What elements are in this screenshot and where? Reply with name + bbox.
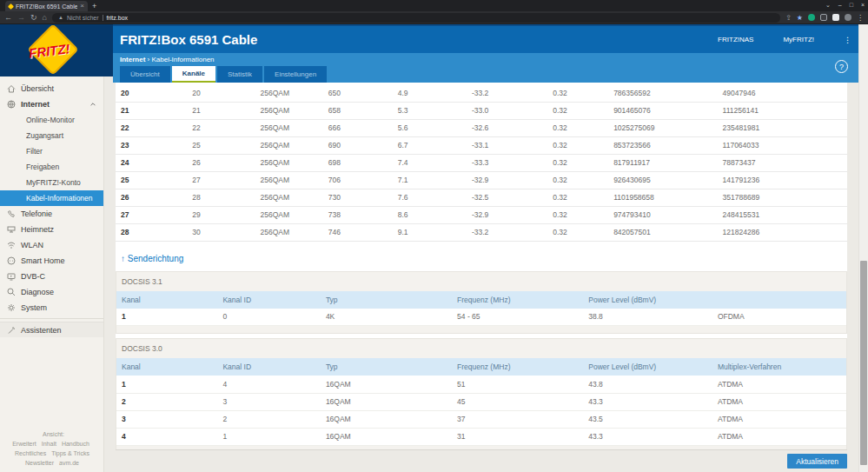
column-header: Frequenz (MHz) [454,358,585,376]
table-cell: 43.8 [585,376,714,393]
scrollbar-track[interactable] [858,24,868,472]
table-cell: 786356592 [610,84,719,102]
tab-search-icon[interactable]: ⌄ [825,0,831,10]
table-cell: -33.2 [457,223,549,241]
sidebar-item-smart-home[interactable]: Smart Home [0,253,103,269]
table-row: 1416QAM5143.8ATDMA [116,376,846,393]
sidebar-item-online-monitor[interactable]: Online-Monitor [0,112,103,128]
column-header: Typ [322,358,454,376]
bookmark-star-icon[interactable]: ★ [797,14,803,21]
close-tab-icon[interactable]: × [80,3,84,10]
tab-uebersicht[interactable]: Übersicht [120,66,170,83]
table-cell: -32.6 [457,119,549,136]
sidebar-item-wlan[interactable]: WLAN [0,237,103,253]
home-icon[interactable]: ⌂ [43,14,47,22]
table-cell: 23 [116,136,189,154]
table-cell: 28 [189,189,256,206]
forward-icon[interactable]: → [17,14,25,22]
table-row: 2020256QAM6504.9-33.20.32786356592490479… [116,84,847,102]
upstream-section-heading: ↑ Senderichtung [121,254,847,263]
docsis30-panel: DOCSIS 3.0 KanalKanal IDTypFrequenz (MHz… [116,338,847,450]
chevron-up-icon [89,101,96,110]
table-cell: 20 [116,84,189,102]
sidebar-item-zugangsart[interactable]: Zugangsart [0,128,103,143]
table-row: 2729256QAM7388.6-32.90.32974793410248415… [116,206,847,223]
new-tab-button[interactable]: + [92,2,96,10]
tab-einstellungen[interactable]: Einstellungen [264,66,327,83]
table-cell: 706 [325,171,394,189]
header-menu-icon[interactable]: ⋮ [844,36,851,44]
footer-link-newsletter[interactable]: Newsletter [25,460,54,466]
table-cell: 16QAM [322,376,454,393]
table-cell: 1 [116,376,219,393]
profile-avatar[interactable] [845,14,851,21]
minimize-button[interactable]: – [838,0,842,10]
table-cell: 43.5 [585,410,714,428]
tab-statistik[interactable]: Statistik [217,66,262,83]
scrollbar-thumb[interactable] [860,261,867,465]
fritznas-link[interactable]: FRITZ!NAS [718,36,753,43]
column-header: Kanal ID [219,291,321,309]
table-cell: 698 [325,154,394,171]
breadcrumb-section[interactable]: Internet [120,56,145,63]
sidebar-item-kabel-informationen[interactable]: Kabel-Informationen [0,190,103,206]
extension-light-icon[interactable] [832,14,839,21]
footer-link-handbuch[interactable]: Handbuch [62,441,89,447]
table-cell: 853723566 [610,136,719,154]
footer-link-tipps[interactable]: Tipps & Tricks [51,450,89,456]
phone-icon [7,209,16,218]
table-cell: 666 [325,119,394,136]
sidebar-item-dvb-c[interactable]: DVB-C [0,269,103,284]
table-cell: 28 [116,223,189,241]
share-icon[interactable]: ⇪ [785,14,792,21]
footer-link-rechtliches[interactable]: Rechtliches [15,450,46,456]
sidebar-item-telefonie[interactable]: Telefonie [0,206,103,222]
sidebar-item-filter[interactable]: Filter [0,143,103,159]
table-cell: ATDMA [714,410,846,428]
column-header: Power Level (dBmV) [585,291,714,309]
table-row: 2830256QAM7469.1-33.20.32842057501121824… [116,223,847,241]
url-bar[interactable]: ▲ Nicht sicher fritz.box [52,13,780,23]
sidebar-item-label: Assistenten [21,326,62,335]
sidebar-item-diagnose[interactable]: Diagnose [0,284,103,300]
table-cell: 8.6 [394,206,457,223]
sidebar-item-uebersicht[interactable]: Übersicht [0,81,103,96]
sidebar-item-internet[interactable]: Internet [0,96,103,112]
smart-home-icon [7,256,16,265]
column-header: Multiplex-Verfahren [714,358,846,376]
table-cell: 658 [325,102,394,119]
close-window-button[interactable]: × [861,0,865,10]
extension-green-icon[interactable] [808,14,815,21]
table-row: 2527256QAM7067.1-32.90.32926430695141791… [116,171,847,189]
sidebar-item-label: Internet [21,100,50,109]
maximize-button[interactable]: □ [850,0,853,10]
sidebar: Übersicht Internet Online-Monitor Zugang… [0,76,104,472]
sidebar-item-assistenten[interactable]: Assistenten [0,322,103,337]
table-cell: OFDMA [714,309,846,326]
myfritz-link[interactable]: MyFRITZ! [783,36,814,43]
tab-kanaele[interactable]: Kanäle [172,66,215,83]
docsis30-title: DOCSIS 3.0 [116,339,846,358]
table-cell: 0.32 [549,102,610,119]
browser-tab[interactable]: FRITZ!Box 6591 Cable × [5,1,88,11]
footer-link-avm[interactable]: avm.de [59,460,79,466]
table-cell: 27 [116,206,189,223]
table-cell: -33.1 [457,136,549,154]
sidebar-item-heimnetz[interactable]: Heimnetz [0,222,103,237]
back-icon[interactable]: ← [4,14,12,22]
sidebar-item-freigaben[interactable]: Freigaben [0,159,103,175]
help-icon[interactable]: ? [835,60,848,73]
footer-link-inhalt[interactable]: Inhalt [42,441,56,447]
extension-dark-icon[interactable] [820,14,827,21]
browser-menu-icon[interactable]: ⋮ [857,14,864,21]
table-cell: 121824286 [719,223,847,241]
reload-icon[interactable]: ↻ [30,14,37,22]
sidebar-item-myfritz-konto[interactable]: MyFRITZ!-Konto [0,175,103,190]
table-header-row: KanalKanal IDTypFrequenz (MHz)Power Leve… [116,291,846,309]
refresh-button[interactable]: Aktualisieren [787,454,847,469]
sidebar-item-system[interactable]: System [0,300,103,316]
table-cell: 256QAM [256,84,324,102]
table-cell: 738 [325,206,394,223]
table-row: 2316QAM4543.3ATDMA [116,393,846,410]
table-cell: 43.3 [585,393,714,410]
